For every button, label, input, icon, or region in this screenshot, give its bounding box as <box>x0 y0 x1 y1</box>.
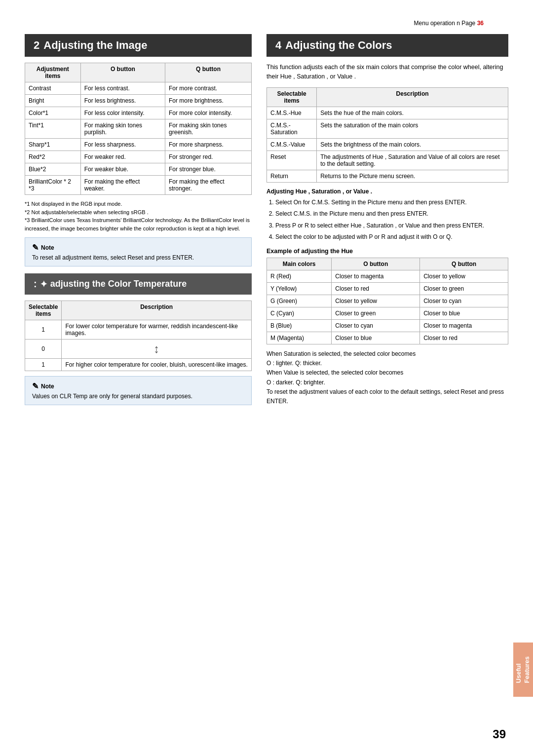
ct-col-description: Description <box>62 301 252 320</box>
ct-row3-desc: For higher color temperature for cooler,… <box>62 359 252 371</box>
section2-number: 2 <box>34 39 39 52</box>
ct-row2-item: 0 <box>25 340 62 359</box>
color-temp-header: : ✦ adjusting the Color Temperature <box>25 273 252 295</box>
table-row: Red*2For weaker red.For stronger red. <box>25 151 252 163</box>
ct-row1-desc: For lower color temperature for warmer, … <box>62 320 252 340</box>
table-row: Y (Yellow)Closer to redCloser to green <box>267 283 508 295</box>
color-temp-table: Selectableitems Description 1 For lower … <box>25 301 252 371</box>
example-hue-table: Main colors O button Q button R (Red)Clo… <box>266 258 508 344</box>
page-number: 39 <box>493 727 506 741</box>
ex-col-q: Q button <box>420 258 508 270</box>
section4-intro: This function adjusts each of the six ma… <box>266 63 508 81</box>
table-row: BrightFor less brightness.For more brigh… <box>25 95 252 107</box>
color-temp-icon: ✦ <box>40 279 47 290</box>
color-temp-bullet: : <box>34 278 37 290</box>
table-row: Tint*1For making skin tones purplish.For… <box>25 119 252 139</box>
s4-col-selectable: Selectable items <box>267 87 317 107</box>
col-header-q: Q button <box>165 63 252 82</box>
footnote: *2 Not adjustable/selectable when select… <box>25 208 252 217</box>
section2-header: 2 Adjusting the Image <box>25 34 252 57</box>
table-row: R (Red)Closer to magentaCloser to yellow <box>267 270 508 283</box>
section4-table: Selectable items Description C.M.S.-HueS… <box>266 87 508 183</box>
menu-operation: Menu operation n Page 36 <box>25 20 508 27</box>
ex-col-o: O button <box>332 258 420 270</box>
sat-val-note: To reset the adjustment values of each c… <box>266 387 508 406</box>
section4-header: 4 Adjusting the Colors <box>266 34 508 57</box>
menu-op-page: 36 <box>477 20 484 27</box>
sat-val-note: O : darker. Q: brighter. <box>266 378 508 387</box>
color-temp-note-text: Values on CLR Temp are only for general … <box>32 393 244 400</box>
arrow-icon: ↕ <box>65 342 248 356</box>
step-item: Select the color to be adjusted with P o… <box>275 232 508 242</box>
table-row: Sharp*1For less sharpness.For more sharp… <box>25 139 252 151</box>
steps-list: Select On for C.M.S. Setting in the Pict… <box>266 198 508 242</box>
note-icon-2: ✎ <box>32 381 38 391</box>
sat-val-note: When Saturation is selected, the selecte… <box>266 349 508 359</box>
page-container: Menu operation n Page 36 2 Adjusting the… <box>0 0 533 756</box>
section2-note-text: To reset all adjustment items, select Re… <box>32 254 244 261</box>
sat-val-note: When Value is selected, the selected col… <box>266 368 508 378</box>
section4-title: Adjusting the Colors <box>285 39 392 52</box>
two-column-layout: 2 Adjusting the Image Adjustmentitems O … <box>25 34 508 412</box>
step-item: Select On for C.M.S. Setting in the Pict… <box>275 198 508 207</box>
color-temp-note-box: ✎ Note Values on CLR Temp are only for g… <box>25 376 252 405</box>
table-row: C.M.S.-ValueSets the brightness of the m… <box>267 138 508 151</box>
table-row: 1 For lower color temperature for warmer… <box>25 320 252 340</box>
table-row: ResetThe adjustments of Hue , Saturation… <box>267 151 508 170</box>
section2-footnotes: *1 Not displayed in the RGB input mode.*… <box>25 200 252 232</box>
table-row: Blue*2For weaker blue.For stronger blue. <box>25 163 252 176</box>
col-header-o: O button <box>80 63 165 82</box>
sat-val-note: O : lighter. Q: thicker. <box>266 359 508 368</box>
footnote: *3 BrilliantColor uses Texas Instruments… <box>25 216 252 232</box>
sat-val-notes: When Saturation is selected, the selecte… <box>266 349 508 406</box>
note-icon: ✎ <box>32 243 38 252</box>
example-hue-heading: Example of adjusting the Hue <box>266 248 508 255</box>
table-row: C.M.S.-HueSets the hue of the main color… <box>267 107 508 119</box>
menu-op-text: Menu operation n Page <box>414 20 476 27</box>
table-row: C (Cyan)Closer to greenCloser to blue <box>267 307 508 320</box>
table-row: C.M.S.-SaturationSets the saturation of … <box>267 119 508 138</box>
col-header-adjustment: Adjustmentitems <box>25 63 81 82</box>
table-row: 0 ↕ <box>25 340 252 359</box>
color-temp-note-label: Note <box>41 383 54 390</box>
useful-features-label: UsefulFeatures <box>515 656 532 683</box>
table-row: ReturnReturns to the Picture menu screen… <box>267 170 508 182</box>
adjusting-hue-title: Adjusting Hue , Saturation , or Value . <box>266 188 508 196</box>
ct-row2-desc: ↕ <box>62 340 252 359</box>
color-temp-note-title: ✎ Note <box>32 381 244 391</box>
table-row: Color*1For less color intensity.For more… <box>25 107 252 119</box>
section2-note-box: ✎ Note To reset all adjustment items, se… <box>25 237 252 266</box>
ex-col-main: Main colors <box>267 258 332 270</box>
s4-col-description: Description <box>317 87 508 107</box>
table-row: ContrastFor less contrast.For more contr… <box>25 82 252 95</box>
left-column: 2 Adjusting the Image Adjustmentitems O … <box>25 34 252 412</box>
table-row: B (Blue)Closer to cyanCloser to magenta <box>267 320 508 332</box>
table-row: M (Magenta)Closer to blueCloser to red <box>267 332 508 344</box>
section2-title: Adjusting the Image <box>43 39 147 52</box>
color-temp-title: adjusting the Color Temperature <box>50 279 187 289</box>
step-item: Press P or R to select either Hue , Satu… <box>275 221 508 230</box>
table-row: BrilliantColor * 2 *3For making the effe… <box>25 176 252 195</box>
footnote: *1 Not displayed in the RGB input mode. <box>25 200 252 208</box>
table-row: 1 For higher color temperature for coole… <box>25 359 252 371</box>
ct-col-selectable: Selectableitems <box>25 301 62 320</box>
useful-features-tab: UsefulFeatures <box>513 643 533 697</box>
section4-number: 4 <box>275 39 281 52</box>
ct-row1-item: 1 <box>25 320 62 340</box>
section2-note-label: Note <box>41 244 54 251</box>
step-item: Select C.M.S. in the Picture menu and th… <box>275 209 508 219</box>
adjusting-hue-section: Adjusting Hue , Saturation , or Value . … <box>266 188 508 242</box>
ct-row3-item: 1 <box>25 359 62 371</box>
table-row: G (Green)Closer to yellowCloser to cyan <box>267 295 508 307</box>
section2-table: Adjustmentitems O button Q button Contra… <box>25 63 252 195</box>
right-column: 4 Adjusting the Colors This function adj… <box>266 34 508 412</box>
section2-note-title: ✎ Note <box>32 243 244 252</box>
